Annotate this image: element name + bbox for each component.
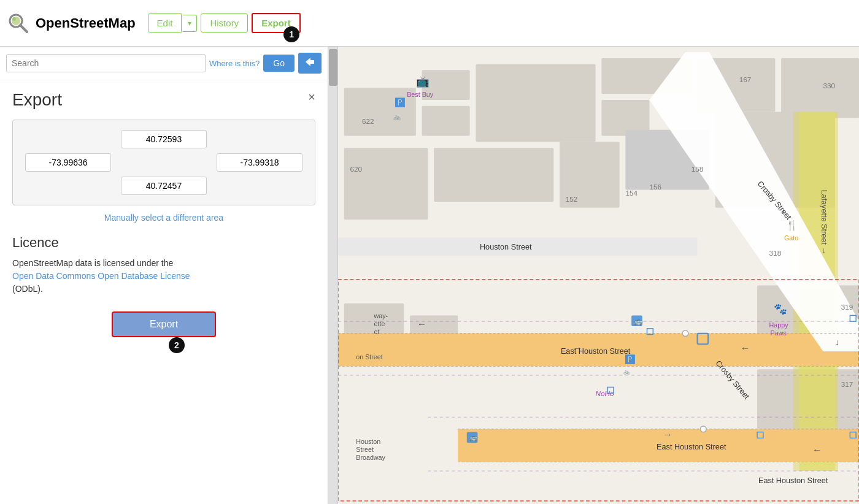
- svg-rect-8: [422, 106, 470, 136]
- svg-text:Street: Street: [356, 446, 374, 453]
- svg-text:East Houston Street: East Houston Street: [657, 443, 726, 451]
- nav-buttons: Edit ▾ History Export 1: [148, 13, 301, 33]
- svg-point-3: [12, 17, 16, 21]
- export-button-container: Export 2: [12, 305, 315, 349]
- svg-text:ette: ette: [374, 320, 385, 327]
- svg-text:152: 152: [566, 195, 578, 203]
- search-input[interactable]: [6, 54, 206, 72]
- svg-rect-13: [781, 58, 859, 118]
- svg-text:Gato: Gato: [784, 234, 798, 242]
- svg-text:←: ←: [812, 445, 822, 455]
- svg-rect-9: [476, 64, 595, 142]
- svg-text:317: 317: [841, 380, 853, 388]
- south-coord-input[interactable]: [121, 177, 207, 195]
- licence-section: Licence OpenStreetMap data is licensed u…: [12, 235, 315, 305]
- svg-line-2: [20, 25, 27, 32]
- sidebar: Where is this? Go Export × Manually sele…: [0, 47, 328, 504]
- svg-text:🅿: 🅿: [395, 97, 405, 108]
- go-button[interactable]: Go: [263, 55, 295, 72]
- east-coord-input[interactable]: [217, 153, 302, 172]
- export-button[interactable]: Export: [112, 311, 216, 337]
- svg-text:154: 154: [625, 189, 638, 197]
- svg-text:319: 319: [841, 303, 853, 311]
- svg-text:→: →: [663, 429, 672, 440]
- svg-point-92: [682, 330, 688, 337]
- edit-dropdown-button[interactable]: ▾: [183, 15, 197, 32]
- svg-text:Paws: Paws: [771, 329, 787, 337]
- header: OpenStreetMap Edit ▾ History Export 1: [0, 0, 859, 47]
- svg-rect-14: [344, 148, 428, 220]
- scrollbar-thumb: [329, 49, 337, 86]
- svg-text:Lafayette Street →: Lafayette Street →: [820, 189, 828, 254]
- svg-text:🚲: 🚲: [393, 113, 401, 121]
- svg-text:🚌: 🚌: [469, 433, 478, 441]
- svg-text:East Houston Street: East Houston Street: [561, 347, 631, 356]
- svg-text:Broadway: Broadway: [356, 454, 385, 461]
- west-coord-input[interactable]: [25, 153, 111, 172]
- svg-text:156: 156: [649, 183, 661, 191]
- svg-rect-6: [344, 88, 416, 136]
- directions-button[interactable]: [298, 53, 322, 74]
- export-title: Export: [12, 90, 315, 110]
- svg-text:🚲: 🚲: [623, 368, 630, 375]
- logo-area: OpenStreetMap: [6, 11, 136, 36]
- svg-text:on Street: on Street: [356, 353, 383, 361]
- svg-text:Happy: Happy: [769, 321, 789, 329]
- svg-text:🍴: 🍴: [786, 220, 798, 231]
- logo-title: OpenStreetMap: [36, 15, 136, 31]
- svg-text:↓: ↓: [835, 338, 839, 347]
- svg-marker-4: [306, 58, 314, 66]
- main-layout: Where is this? Go Export × Manually sele…: [0, 47, 859, 504]
- coordinate-box: [12, 120, 315, 205]
- badge-1: 1: [283, 26, 299, 42]
- history-button[interactable]: History: [201, 13, 248, 32]
- close-button[interactable]: ×: [308, 90, 315, 104]
- svg-text:East Houston Street: East Houston Street: [758, 476, 828, 485]
- svg-text:167: 167: [739, 75, 752, 83]
- badge-2: 2: [169, 337, 185, 353]
- svg-text:way-: way-: [374, 312, 388, 319]
- svg-text:🚌: 🚌: [634, 317, 643, 326]
- licence-title: Licence: [12, 235, 315, 251]
- north-coord-input[interactable]: [121, 130, 207, 148]
- svg-text:🅿: 🅿: [625, 354, 635, 365]
- svg-text:📺: 📺: [416, 75, 430, 88]
- scrollbar[interactable]: [328, 47, 338, 504]
- svg-text:318: 318: [769, 249, 782, 257]
- logo-icon: [6, 11, 31, 36]
- svg-text:←: ←: [741, 343, 750, 353]
- svg-text:←: ←: [417, 319, 427, 329]
- svg-text:620: 620: [350, 165, 363, 173]
- licence-text-before: OpenStreetMap data is licensed under the: [12, 258, 173, 268]
- licence-text-after: (ODbL).: [12, 284, 43, 294]
- search-bar: Where is this? Go: [0, 47, 328, 80]
- export-panel: Export × Manually select a different are…: [0, 80, 328, 359]
- svg-text:Houston: Houston: [356, 438, 380, 445]
- map-area[interactable]: ← → ← → ← East Houston Street East Houst…: [338, 47, 859, 504]
- directions-icon: [304, 56, 315, 67]
- odbl-link[interactable]: Open Data Commons Open Database License: [12, 271, 190, 281]
- svg-text:622: 622: [362, 117, 374, 125]
- svg-text:Best Buy: Best Buy: [407, 91, 434, 98]
- where-is-this-link[interactable]: Where is this?: [209, 59, 260, 68]
- svg-text:Houston Street: Houston Street: [480, 243, 532, 251]
- manual-select-link[interactable]: Manually select a different area: [12, 213, 315, 223]
- edit-button[interactable]: Edit: [148, 13, 182, 32]
- svg-point-93: [700, 426, 706, 432]
- svg-text:et: et: [374, 328, 380, 335]
- licence-text: OpenStreetMap data is licensed under the…: [12, 257, 315, 296]
- svg-text:↓: ↓: [781, 206, 785, 215]
- map-svg: ← → ← → ← East Houston Street East Houst…: [338, 47, 859, 504]
- svg-text:🐾: 🐾: [774, 302, 787, 316]
- svg-text:330: 330: [823, 82, 835, 90]
- svg-text:158: 158: [691, 165, 704, 173]
- svg-rect-15: [434, 148, 553, 202]
